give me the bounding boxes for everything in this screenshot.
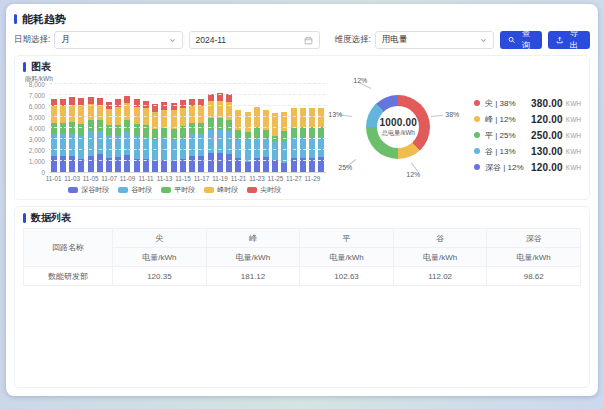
bar-segment xyxy=(69,105,75,122)
legend-item-尖时段[interactable]: 尖时段 xyxy=(247,185,281,195)
y-tick: 3,000 xyxy=(29,136,45,143)
bar-11-15 xyxy=(180,100,186,172)
search-icon xyxy=(508,36,515,44)
query-button-label: 查询 xyxy=(518,28,534,52)
donut-legend-item: 平 | 25% 250.00 KWH xyxy=(474,130,581,141)
label-line xyxy=(431,115,443,117)
y-tick: 2,000 xyxy=(29,147,45,154)
bar-segment xyxy=(97,131,103,154)
legend-label: 谷 | 13% xyxy=(485,146,531,157)
bar-segment xyxy=(189,156,195,173)
bar-segment xyxy=(134,136,140,159)
bar-segment xyxy=(263,157,269,172)
bar-segment xyxy=(226,154,232,172)
bar-segment xyxy=(134,159,140,172)
legend-label: 谷时段 xyxy=(131,185,152,195)
title-marker xyxy=(23,62,26,72)
subheader: 电量/kWh xyxy=(487,248,581,267)
bar-segment xyxy=(171,103,177,111)
bar-segment xyxy=(245,162,251,172)
y-tick: 1,000 xyxy=(29,158,45,165)
legend-label: 尖 | 38% xyxy=(485,98,531,109)
data-list-title: 数据列表 xyxy=(31,211,71,225)
date-type-value: 月 xyxy=(61,34,70,46)
donut-center: 1000.00 总电量/kWh xyxy=(377,106,419,148)
chevron-down-icon xyxy=(480,37,487,44)
bar-segment xyxy=(161,160,167,172)
x-tick: 11-03 xyxy=(63,175,81,182)
y-tick: 8,000 xyxy=(29,81,45,88)
gridline xyxy=(49,138,326,139)
legend-swatch xyxy=(161,187,171,193)
export-button[interactable]: 导出 xyxy=(548,31,590,49)
gridline xyxy=(49,105,326,106)
bar-segment xyxy=(189,123,195,134)
bar-11-02 xyxy=(60,99,66,172)
bar-segment xyxy=(152,161,158,172)
col-header-sharp: 尖 xyxy=(113,229,207,248)
legend-item-谷时段[interactable]: 谷时段 xyxy=(118,185,152,195)
legend-value: 250.00 xyxy=(531,130,563,141)
bar-segment xyxy=(171,161,177,172)
bar-segment xyxy=(88,120,94,132)
col-header-flat: 平 xyxy=(300,229,394,248)
col-header-circuit: 回路名称 xyxy=(24,229,113,267)
bar-segment xyxy=(88,97,94,104)
date-type-select[interactable]: 月 xyxy=(54,31,182,49)
bar-segment xyxy=(198,106,204,123)
calendar-icon xyxy=(304,36,313,45)
donut-percent-label: 25% xyxy=(338,164,352,171)
export-button-label: 导出 xyxy=(566,28,582,52)
bar-11-01 xyxy=(51,99,57,172)
bar-segment xyxy=(208,153,214,172)
dimension-select-label: 维度选择: xyxy=(334,34,370,46)
bar-segment xyxy=(254,127,260,137)
bar-segment xyxy=(161,110,167,128)
donut-legend-item: 深谷 | 12% 120.00 KWH xyxy=(474,162,581,173)
x-tick: 11-09 xyxy=(118,175,136,182)
bar-segment xyxy=(161,128,167,138)
dimension-select[interactable]: 用电量 xyxy=(375,31,494,49)
bar-segment xyxy=(208,94,214,101)
bar-11-26 xyxy=(281,112,287,172)
page-header: 能耗趋势 xyxy=(14,12,590,26)
bar-segment xyxy=(51,106,57,123)
dimension-value: 用电量 xyxy=(382,34,408,46)
bar-segment xyxy=(51,156,57,172)
bar-segment xyxy=(309,137,315,158)
gridline xyxy=(49,116,326,117)
legend-swatch xyxy=(204,187,214,193)
x-tick: 11-29 xyxy=(303,175,321,182)
legend-label: 深谷 | 12% xyxy=(485,162,531,173)
legend-item-峰时段[interactable]: 峰时段 xyxy=(204,185,238,195)
gridline xyxy=(49,149,326,150)
legend-unit: KWH xyxy=(566,148,581,155)
bar-segment xyxy=(134,124,140,136)
bar-11-28 xyxy=(300,108,306,172)
bar-segment xyxy=(97,154,103,172)
col-header-valley: 谷 xyxy=(393,229,487,248)
bar-segment xyxy=(263,139,269,157)
donut-legend-item: 谷 | 13% 130.00 KWH xyxy=(474,146,581,157)
bar-segment xyxy=(60,106,66,123)
bar-11-16 xyxy=(189,99,195,172)
legend-item-平时段[interactable]: 平时段 xyxy=(161,185,195,195)
bar-11-11 xyxy=(143,101,149,172)
legend-item-深谷时段[interactable]: 深谷时段 xyxy=(68,185,109,195)
title-marker xyxy=(23,213,26,223)
donut-legend-item: 尖 | 38% 380.00 KWH xyxy=(474,98,581,109)
subheader: 电量/kWh xyxy=(300,248,394,267)
query-button[interactable]: 查询 xyxy=(500,31,542,49)
date-picker-input[interactable]: 2024-11 xyxy=(189,31,321,49)
bar-segment xyxy=(226,94,232,101)
legend-swatch xyxy=(68,187,78,193)
legend-value: 380.00 xyxy=(531,98,563,109)
bar-segment xyxy=(88,156,94,173)
bar-segment xyxy=(69,97,75,105)
bar-segment xyxy=(189,106,195,123)
bar-segment xyxy=(78,136,84,159)
bar-segment xyxy=(124,155,130,172)
bar-segment xyxy=(254,107,260,128)
x-tick: 11-21 xyxy=(229,175,247,182)
bar-segment xyxy=(180,126,186,138)
